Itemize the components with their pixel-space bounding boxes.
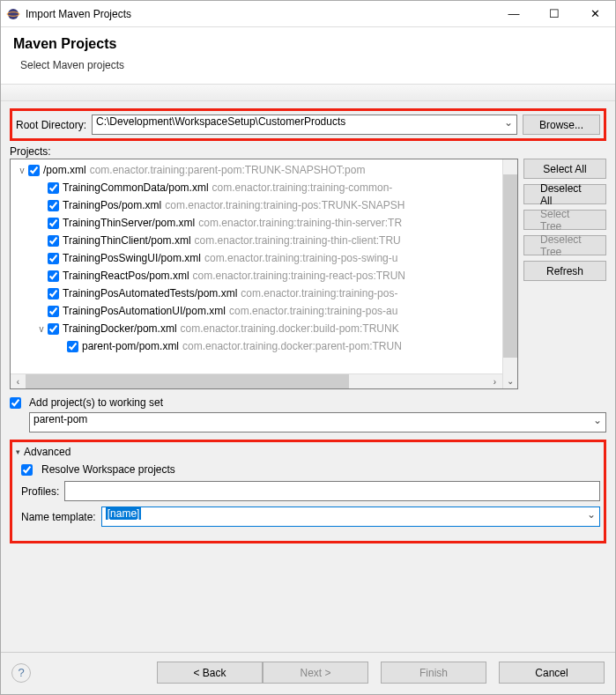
project-checkbox[interactable] <box>48 270 59 282</box>
project-name: TrainingThinClient/pom.xml <box>63 234 191 247</box>
page-title: Maven Projects <box>13 36 603 52</box>
tree-row[interactable]: TrainingPosSwingUI/pom.xmlcom.enactor.tr… <box>12 249 518 267</box>
select-tree-button[interactable]: Select Tree <box>523 210 606 230</box>
project-checkbox[interactable] <box>48 235 59 247</box>
profiles-label: Profiles: <box>21 485 59 498</box>
vscroll-thumb[interactable] <box>503 174 518 358</box>
project-coords: com.enactor.training:parent-pom:TRUNK-SN… <box>90 164 366 176</box>
import-maven-dialog: Import Maven Projects — ☐ ✕ Maven Projec… <box>0 0 616 695</box>
project-coords: com.enactor.training:training-pos-au <box>229 305 397 317</box>
select-all-button[interactable]: Select All <box>523 159 606 179</box>
cancel-button[interactable]: Cancel <box>499 662 605 684</box>
project-coords: com.enactor.training.docker:build-pom:TR… <box>181 322 399 335</box>
projects-label: Projects: <box>10 145 606 158</box>
tree-row[interactable]: TrainingPos/pom.xmlcom.enactor.training:… <box>12 196 518 214</box>
button-bar: ? < Back Next > Finish Cancel <box>1 652 615 694</box>
project-name: /pom.xml <box>43 164 86 176</box>
project-coords: com.enactor.training:training-pos:TRUNK-… <box>165 199 404 211</box>
browse-button[interactable]: Browse... <box>523 115 600 135</box>
project-checkbox[interactable] <box>48 323 59 335</box>
root-directory-highlight: Root Directory: C:\Development\Workspace… <box>10 108 606 141</box>
tree-row[interactable]: TrainingThinServer/pom.xmlcom.enactor.tr… <box>12 214 518 232</box>
tree-row[interactable]: v/pom.xmlcom.enactor.training:parent-pom… <box>12 161 518 179</box>
project-checkbox[interactable] <box>67 341 78 352</box>
tree-row[interactable]: TrainingCommonData/pom.xmlcom.enactor.tr… <box>12 179 518 196</box>
project-name: TrainingThinServer/pom.xml <box>63 217 195 229</box>
triangle-down-icon: ▾ <box>16 447 20 456</box>
wizard-header: Maven Projects Select Maven projects <box>1 27 615 84</box>
project-name: TrainingReactPos/pom.xml <box>63 270 189 282</box>
back-button[interactable]: < Back <box>157 662 263 684</box>
advanced-highlight: ▾ Advanced Resolve Workspace projects Pr… <box>10 440 606 543</box>
help-icon[interactable]: ? <box>11 663 31 683</box>
project-checkbox[interactable] <box>48 182 59 194</box>
project-name: TrainingPosAutomationUI/pom.xml <box>63 305 226 317</box>
add-to-working-set-label: Add project(s) to working set <box>29 396 163 409</box>
project-name: TrainingPosSwingUI/pom.xml <box>63 252 201 264</box>
project-name: parent-pom/pom.xml <box>82 340 179 352</box>
add-to-working-set-checkbox[interactable] <box>10 397 21 409</box>
project-checkbox[interactable] <box>48 253 59 264</box>
next-button[interactable]: Next > <box>263 662 368 684</box>
project-coords: com.enactor.training:training-thin-clien… <box>195 234 401 247</box>
titlebar: Import Maven Projects — ☐ ✕ <box>1 1 615 27</box>
horizontal-scrollbar[interactable]: ‹ › <box>11 373 502 388</box>
working-set-combo[interactable]: parent-pom <box>29 412 606 433</box>
svg-point-0 <box>8 9 19 19</box>
project-coords: com.enactor.training:training-pos- <box>241 287 397 299</box>
profiles-input[interactable] <box>64 481 600 501</box>
project-coords: com.enactor.training:training-thin-serve… <box>198 217 402 229</box>
advanced-label: Advanced <box>24 446 71 458</box>
scroll-right-icon[interactable]: › <box>487 374 502 389</box>
content-area: Root Directory: C:\Development\Workspace… <box>1 101 615 652</box>
tree-row[interactable]: TrainingThinClient/pom.xmlcom.enactor.tr… <box>12 232 518 249</box>
scroll-down-icon[interactable]: ⌄ <box>503 373 518 388</box>
name-template-label: Name template: <box>21 511 96 523</box>
minimize-button[interactable]: — <box>494 1 534 26</box>
project-coords: com.enactor.training:training-react-pos:… <box>193 270 405 282</box>
root-directory-label: Root Directory: <box>16 119 86 131</box>
expander-open-icon[interactable]: v <box>35 324 48 334</box>
tree-row[interactable]: TrainingPosAutomationUI/pom.xmlcom.enact… <box>12 302 518 320</box>
finish-button[interactable]: Finish <box>381 662 486 684</box>
scroll-left-icon[interactable]: ‹ <box>11 374 26 389</box>
project-name: TrainingPosAutomatedTests/pom.xml <box>63 287 237 299</box>
maximize-button[interactable]: ☐ <box>534 1 575 26</box>
name-template-combo[interactable]: [name] <box>101 506 600 527</box>
project-checkbox[interactable] <box>48 288 59 299</box>
refresh-button[interactable]: Refresh <box>523 261 606 281</box>
window-title: Import Maven Projects <box>26 8 494 20</box>
expander-open-icon[interactable]: v <box>16 166 28 175</box>
project-name: TrainingPos/pom.xml <box>63 199 161 211</box>
project-coords: com.enactor.training:training-pos-swing-… <box>204 252 397 264</box>
advanced-toggle[interactable]: ▾ Advanced <box>16 446 600 458</box>
tree-row[interactable]: TrainingPosAutomatedTests/pom.xmlcom.ena… <box>12 285 518 302</box>
project-checkbox[interactable] <box>48 306 59 317</box>
scroll-up-icon[interactable] <box>503 159 518 174</box>
project-name: TrainingCommonData/pom.xml <box>63 181 209 194</box>
projects-tree[interactable]: v/pom.xmlcom.enactor.training:parent-pom… <box>10 159 518 389</box>
project-checkbox[interactable] <box>28 165 40 176</box>
header-banner <box>1 84 615 101</box>
project-name: TrainingDocker/pom.xml <box>63 322 177 335</box>
hscroll-thumb[interactable] <box>26 374 349 389</box>
tree-row[interactable]: parent-pom/pom.xmlcom.enactor.training.d… <box>12 337 518 355</box>
project-checkbox[interactable] <box>48 200 59 211</box>
resolve-workspace-label: Resolve Workspace projects <box>41 463 175 476</box>
vertical-scrollbar[interactable]: ⌄ <box>502 159 517 388</box>
eclipse-icon <box>6 7 20 21</box>
deselect-tree-button[interactable]: Deselect Tree <box>523 235 606 255</box>
resolve-workspace-checkbox[interactable] <box>21 464 33 476</box>
tree-row[interactable]: TrainingReactPos/pom.xmlcom.enactor.trai… <box>12 267 518 285</box>
root-directory-combo[interactable]: C:\Development\WorkspaceSetup\CustomerPr… <box>92 115 517 135</box>
project-coords: com.enactor.training:training-common- <box>212 181 393 194</box>
tree-row[interactable]: vTrainingDocker/pom.xmlcom.enactor.train… <box>12 320 518 337</box>
deselect-all-button[interactable]: Deselect All <box>523 184 606 204</box>
project-checkbox[interactable] <box>48 218 59 229</box>
close-button[interactable]: ✕ <box>575 1 615 26</box>
page-subtitle: Select Maven projects <box>20 59 603 71</box>
project-coords: com.enactor.training.docker:parent-pom:T… <box>182 340 402 352</box>
